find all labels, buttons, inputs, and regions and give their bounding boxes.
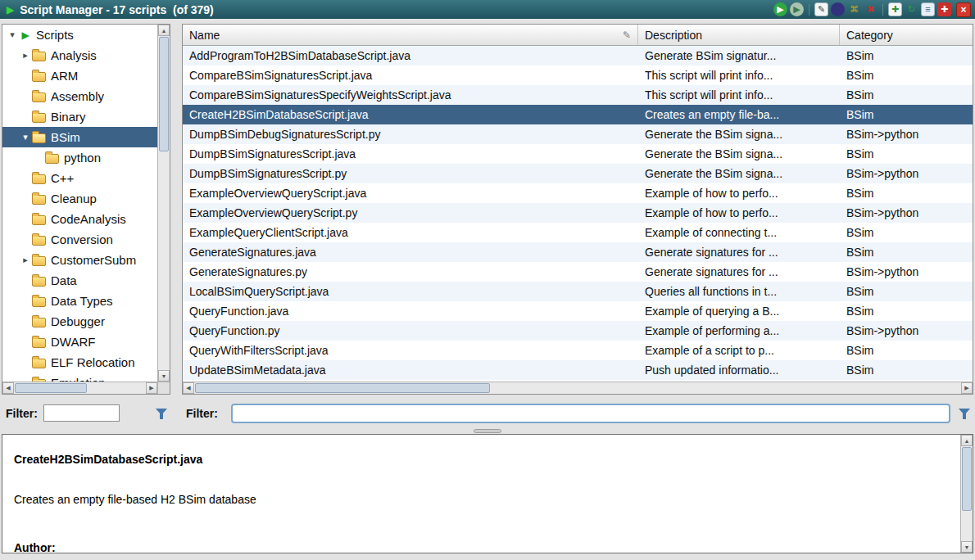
folder-icon [32, 236, 46, 246]
tree-item-label: Conversion [51, 233, 113, 246]
script-row-localbsimqueryscript-java[interactable]: LocalBSimQueryScript.javaQueries all fun… [183, 282, 973, 301]
run-script-icon[interactable]: ▶ [773, 2, 787, 16]
tree-item-analysis[interactable]: ▸Analysis [2, 45, 157, 65]
column-header-name[interactable]: Name ✎ [183, 25, 638, 45]
scroll-left-icon[interactable]: ◀ [183, 382, 194, 394]
scroll-up-icon[interactable]: ▲ [158, 25, 170, 36]
horizontal-splitter[interactable] [0, 427, 975, 434]
scroll-thumb[interactable] [159, 37, 169, 151]
script-row-dumpbsimsignaturesscript-py[interactable]: DumpBSimSignaturesScript.pyGenerate the … [183, 164, 973, 183]
eclipse-icon[interactable] [831, 2, 845, 16]
splitter-grip[interactable] [474, 429, 501, 433]
edit-script-icon[interactable]: ✎ [814, 2, 828, 16]
script-row-examplequeryclientscript-java[interactable]: ExampleQueryClientScript.javaExample of … [183, 223, 973, 242]
tree-item-dwarf[interactable]: DWARF [2, 332, 157, 352]
script-row-updatebsimmetadata-java[interactable]: UpdateBSimMetadata.javaPush updated info… [183, 360, 973, 380]
tree-item-binary[interactable]: Binary [2, 106, 157, 127]
script-row-exampleoverviewqueryscript-py[interactable]: ExampleOverviewQueryScript.pyExample of … [183, 203, 973, 223]
tree-item-arm[interactable]: ARM [2, 65, 157, 86]
scroll-thumb[interactable] [15, 383, 87, 393]
keybindings-icon[interactable]: ⌘ [847, 2, 861, 16]
expand-arrow-icon[interactable]: ▸ [19, 255, 32, 265]
cell-description: This script will print info... [638, 69, 840, 82]
filter-options-icon[interactable] [154, 406, 169, 421]
filter-options-icon[interactable] [957, 406, 972, 421]
tree-item-label: BSim [51, 130, 80, 144]
script-row-createh2bsimdatabasescript-java[interactable]: CreateH2BSimDatabaseScript.javaCreates a… [183, 105, 973, 124]
cell-description: Push updated informatio... [638, 364, 840, 377]
tree-item-bsim[interactable]: ▾BSim [2, 127, 157, 147]
column-header-description[interactable]: Description [638, 25, 840, 45]
scroll-up-icon[interactable]: ▲ [961, 435, 973, 446]
cell-name: ExampleOverviewQueryScript.java [183, 187, 638, 200]
cell-description: Example of how to perfo... [638, 187, 840, 200]
scroll-thumb[interactable] [962, 447, 972, 511]
cell-category: BSim [840, 88, 973, 102]
titlebar[interactable]: ▶ Script Manager - 17 scripts (of 379) ▶… [0, 0, 975, 19]
cell-description: Generate the BSim signa... [638, 167, 840, 180]
refresh-icon[interactable]: ↻ [905, 2, 918, 16]
scroll-right-icon[interactable]: ▶ [146, 382, 157, 394]
column-header-category[interactable]: Category [840, 25, 973, 45]
script-row-generatesignatures-java[interactable]: GenerateSignatures.javaGenerate signatur… [183, 242, 973, 262]
table-body: AddProgramToH2BSimDatabaseScript.javaGen… [183, 46, 973, 382]
scroll-right-icon[interactable]: ▶ [961, 382, 973, 394]
script-row-addprogramtoh2bsimdatabasescript-java[interactable]: AddProgramToH2BSimDatabaseScript.javaGen… [183, 46, 973, 65]
script-description-content: CreateH2BSimDatabaseScript.java Creates … [2, 435, 959, 553]
folder-icon [32, 72, 46, 82]
collapse-arrow-icon[interactable]: ▾ [6, 29, 19, 40]
tree-item-conversion[interactable]: Conversion [2, 229, 157, 250]
script-directories-icon[interactable]: ≡ [921, 2, 935, 16]
cell-name: GenerateSignatures.java [183, 246, 638, 259]
tree-item-debugger[interactable]: Debugger [2, 311, 157, 332]
folder-icon [32, 277, 46, 287]
scroll-thumb[interactable] [195, 383, 490, 393]
tree-vertical-scrollbar[interactable]: ▲ ▼ [157, 25, 170, 382]
script-row-queryfunction-java[interactable]: QueryFunction.javaExample of querying a … [183, 301, 973, 321]
delete-script-icon[interactable]: ✖ [864, 2, 878, 16]
tree-item-label: Debugger [51, 314, 105, 328]
script-row-exampleoverviewqueryscript-java[interactable]: ExampleOverviewQueryScript.javaExample o… [183, 183, 973, 203]
tree-item-customersubm[interactable]: ▸CustomerSubm [2, 250, 157, 270]
tree-item-assembly[interactable]: Assembly [2, 86, 157, 106]
script-row-queryfunction-py[interactable]: QueryFunction.pyExample of performing a.… [183, 321, 973, 341]
cell-name: GenerateSignatures.py [183, 265, 638, 278]
tree-item-elf-relocation[interactable]: ELF Relocation [2, 352, 157, 373]
detail-author-heading: Author: [14, 541, 959, 553]
api-help-icon[interactable]: ✚ [937, 2, 951, 16]
script-row-dumpbsimsignaturesscript-java[interactable]: DumpBSimSignaturesScript.javaGenerate th… [183, 144, 973, 164]
new-script-icon[interactable]: ✚ [888, 2, 902, 16]
tree-item-cleanup[interactable]: Cleanup [2, 188, 157, 209]
run-last-script-icon[interactable]: ▶ [790, 2, 804, 16]
table-filter-input[interactable] [231, 404, 950, 423]
table-horizontal-scrollbar[interactable]: ◀ ▶ [183, 382, 973, 394]
tree-item-python[interactable]: python [2, 147, 157, 168]
scroll-down-icon[interactable]: ▼ [158, 370, 170, 382]
tree-item-scripts[interactable]: ▾▶Scripts [2, 25, 157, 45]
script-row-comparebsimsignaturesspecifyweightsscript-java[interactable]: CompareBSimSignaturesSpecifyWeightsScrip… [183, 85, 973, 105]
tree-filter-input[interactable] [43, 404, 120, 422]
folder-icon [32, 297, 46, 307]
folder-icon [32, 195, 46, 205]
folder-icon [32, 215, 46, 225]
tree-item-emulation[interactable]: Emulation [2, 373, 157, 382]
vertical-splitter[interactable] [170, 24, 182, 395]
collapse-arrow-icon[interactable]: ▾ [19, 132, 32, 142]
tree-item-data-types[interactable]: Data Types [2, 291, 157, 311]
tree-item-c[interactable]: C++ [2, 168, 157, 188]
script-row-comparebsimsignaturesscript-java[interactable]: CompareBSimSignaturesScript.javaThis scr… [183, 65, 973, 85]
script-row-querywithfiltersscript-java[interactable]: QueryWithFiltersScript.javaExample of a … [183, 341, 973, 360]
cell-description: Example of performing a... [638, 324, 840, 337]
scroll-left-icon[interactable]: ◀ [2, 382, 14, 394]
tree-horizontal-scrollbar[interactable]: ◀ ▶ [2, 382, 157, 394]
script-row-dumpbsimdebugsignaturesscript-py[interactable]: DumpBSimDebugSignaturesScript.pyGenerate… [183, 124, 973, 144]
tree-item-data[interactable]: Data [2, 270, 157, 291]
script-row-generatesignatures-py[interactable]: GenerateSignatures.pyGenerate signatures… [183, 262, 973, 282]
close-icon[interactable]: × [956, 2, 971, 17]
expand-arrow-icon[interactable]: ▸ [19, 50, 32, 61]
detail-vertical-scrollbar[interactable]: ▲ ▼ [960, 435, 973, 553]
tree-item-codeanalysis[interactable]: CodeAnalysis [2, 209, 157, 229]
cell-description: Creates an empty file-ba... [638, 108, 840, 121]
tree-item-label: ELF Relocation [51, 355, 135, 369]
scroll-down-icon[interactable]: ▼ [961, 541, 973, 553]
